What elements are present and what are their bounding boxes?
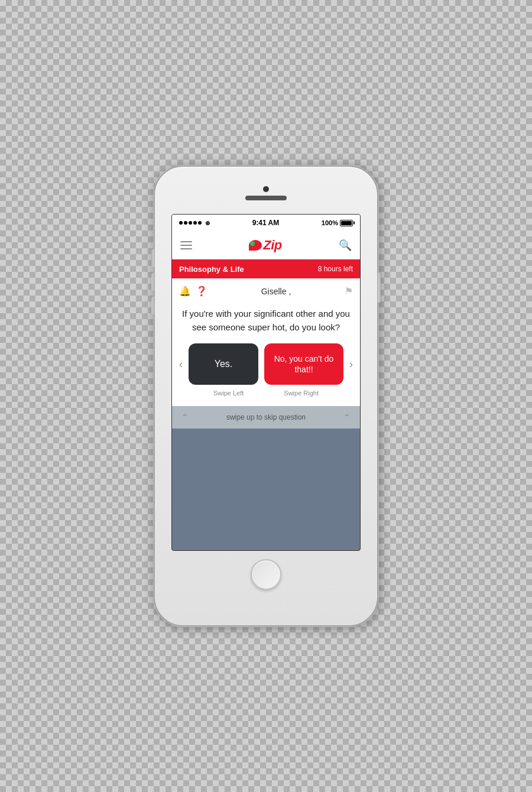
camera (263, 186, 269, 192)
speaker (245, 196, 287, 200)
answer-left-text: Yes. (215, 359, 233, 369)
status-right: 100% (322, 219, 353, 226)
bell-icon[interactable]: 🔔 (179, 285, 191, 297)
question-text: If you're with your significant other an… (179, 303, 353, 343)
arrow-right-icon: › (349, 358, 353, 371)
card-icons-left: 🔔 ❓ (179, 285, 207, 297)
battery-icon (340, 220, 353, 226)
swipe-right-label: Swipe Right (284, 389, 319, 397)
signal-dots (179, 221, 202, 225)
battery-fill (341, 221, 352, 225)
status-bar: ⊛ 9:41 AM 100% (172, 215, 360, 231)
answer-left-button[interactable]: Yes. (189, 343, 258, 385)
answer-right-text: No, you can't do that!! (269, 353, 339, 375)
signal-dot-4 (193, 221, 197, 225)
time-remaining: 8 hours left (318, 265, 353, 273)
swipe-left-label: Swipe Left (213, 389, 244, 397)
category-banner: Philosophy & Life 8 hours left (172, 259, 360, 278)
answer-right-button[interactable]: No, you can't do that!! (264, 343, 343, 385)
logo-text: Zip (263, 238, 282, 253)
swipe-labels: Swipe Left Swipe Right (179, 389, 353, 397)
wifi-icon: ⊛ (205, 220, 210, 226)
hamburger-line-3 (180, 248, 192, 249)
help-icon[interactable]: ❓ (196, 285, 207, 297)
answer-row: ‹ Yes. No, you can't do that!! › (179, 343, 353, 385)
battery-percent: 100% (322, 219, 338, 226)
chevron-up-left-icon: ⌃ (181, 413, 189, 422)
phone-top (155, 167, 377, 214)
skip-bar[interactable]: ⌃ swipe up to skip question ⌃ (172, 406, 360, 429)
chevron-up-right-icon: ⌃ (343, 413, 351, 422)
category-title: Philosophy & Life (179, 265, 244, 274)
logo-bubble (249, 240, 262, 251)
skip-text: swipe up to skip question (226, 413, 306, 421)
signal-dot-3 (189, 221, 192, 225)
hamburger-line-2 (180, 245, 192, 246)
username: Giselle , (207, 287, 345, 296)
status-time: 9:41 AM (252, 219, 280, 227)
status-left: ⊛ (179, 220, 210, 226)
nav-bar: Zip 🔍 (172, 231, 360, 259)
card-header: 🔔 ❓ Giselle , ⚑ (179, 285, 353, 297)
signal-dot-1 (179, 221, 183, 225)
arrow-left-icon: ‹ (179, 358, 183, 371)
search-icon[interactable]: 🔍 (339, 239, 352, 252)
signal-dot-2 (184, 221, 187, 225)
menu-button[interactable] (180, 241, 192, 249)
phone-bottom (251, 551, 281, 598)
phone-frame: ⊛ 9:41 AM 100% Zip 🔍 (154, 165, 378, 627)
phone-screen: ⊛ 9:41 AM 100% Zip 🔍 (171, 214, 361, 551)
hamburger-line-1 (180, 241, 192, 242)
flag-icon[interactable]: ⚑ (345, 285, 353, 297)
logo: Zip (249, 238, 282, 253)
home-button[interactable] (251, 559, 281, 590)
question-card: 🔔 ❓ Giselle , ⚑ If you're with your sign… (172, 278, 360, 406)
signal-dot-5 (198, 221, 202, 225)
